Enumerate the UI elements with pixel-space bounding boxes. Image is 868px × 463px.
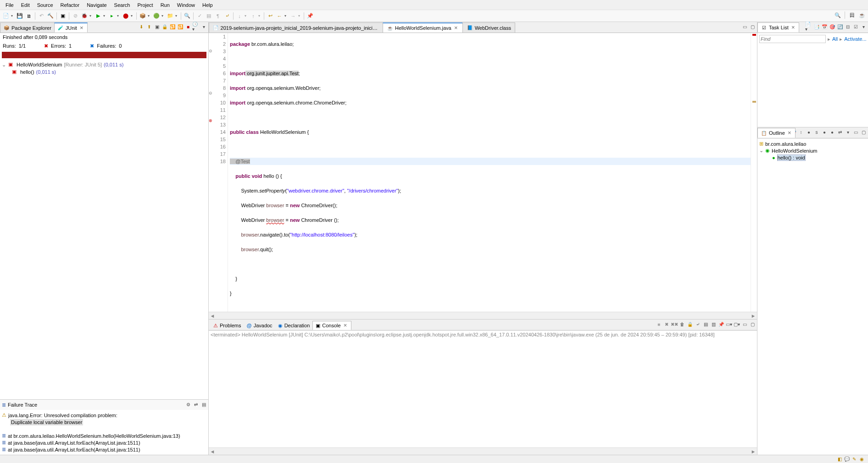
updates-icon[interactable]: ✎ <box>851 456 858 463</box>
samples-icon[interactable]: ◧ <box>836 456 843 463</box>
filter-trace-icon[interactable]: ⚙ <box>184 401 192 408</box>
coverage-icon[interactable]: ▸ <box>108 12 116 20</box>
overview-error-mark[interactable] <box>752 34 756 36</box>
coverage-dropdown[interactable]: ▾ <box>117 14 121 18</box>
java-perspective-icon[interactable]: ☕ <box>858 11 866 19</box>
task-find-input[interactable] <box>759 35 826 43</box>
hide-nonpublic-icon[interactable]: ● <box>821 128 828 136</box>
run-icon[interactable]: ▶ <box>94 12 102 20</box>
terminal-icon[interactable]: ▣ <box>59 12 67 20</box>
scroll-left-icon[interactable]: ◄ <box>209 449 216 454</box>
fold-marker-icon[interactable]: ⊖ <box>209 91 213 95</box>
stop-junit-icon[interactable]: ■ <box>184 23 192 30</box>
search-toolbar-icon[interactable]: 🔍 <box>834 11 842 19</box>
categorize-icon[interactable]: 📑 <box>813 23 820 30</box>
overview-ruler[interactable] <box>751 33 757 312</box>
show-failures-icon[interactable]: ▣ <box>153 23 161 30</box>
code-area[interactable]: package br.com.alura.leilao; import org.… <box>228 33 751 312</box>
menu-edit[interactable]: Edit <box>17 1 33 9</box>
toggle-block-icon[interactable]: ▤ <box>205 12 213 20</box>
focus-task-icon[interactable]: 🎯 <box>829 23 836 30</box>
maximize-icon[interactable]: ▢ <box>860 128 867 136</box>
task-all-link[interactable]: All <box>832 36 838 42</box>
compare-result-icon[interactable]: ⇄ <box>192 401 200 408</box>
error-marker-icon[interactable]: ⊗ <box>209 118 213 123</box>
compare-icon[interactable]: ▤ <box>200 401 207 408</box>
menu-source[interactable]: Source <box>33 1 57 9</box>
show-whitespace-icon[interactable]: ¶ <box>214 12 222 20</box>
save-all-icon[interactable]: 🗎 <box>25 12 33 20</box>
close-icon[interactable]: × <box>79 25 84 31</box>
scroll-lock-icon[interactable]: 🔒 <box>161 23 168 30</box>
console-hscroll[interactable]: ◄ ► <box>209 447 757 455</box>
rerun-failed-icon[interactable]: 🔂 <box>177 23 184 30</box>
close-icon[interactable]: × <box>453 25 459 31</box>
pin-console-icon[interactable]: 📌 <box>718 320 725 328</box>
tab-console[interactable]: ▣ Console × <box>312 321 351 330</box>
expand-toggle-icon[interactable]: ⌄ <box>2 62 6 68</box>
close-icon[interactable]: × <box>787 130 792 136</box>
show-console-out-icon[interactable]: ▤ <box>702 320 709 328</box>
console-output[interactable]: <terminated> HelloWorldSelenium [JUnit] … <box>209 331 757 447</box>
toggle-word-wrap-icon[interactable]: ⤶ <box>223 12 231 20</box>
pin-editor-icon[interactable]: 📌 <box>306 12 314 20</box>
hide-static-icon[interactable]: s <box>813 128 820 136</box>
tip-icon[interactable]: 💬 <box>843 456 851 463</box>
next-failure-icon[interactable]: ⬆ <box>145 23 153 30</box>
new-dropdown[interactable]: ▾ <box>11 14 15 18</box>
scroll-right-icon[interactable]: ► <box>750 449 757 454</box>
remove-all-icon[interactable]: ✖✖ <box>671 320 678 328</box>
menu-search[interactable]: Search <box>111 1 134 9</box>
find-next-icon[interactable]: ▸ <box>840 36 842 42</box>
marker-column[interactable]: ⊖ ⊖ ⊗ <box>209 33 214 312</box>
tab-outline[interactable]: 📋 Outline × <box>757 128 796 138</box>
debug-dropdown[interactable]: ▾ <box>89 14 93 18</box>
forward-icon[interactable]: → <box>289 12 297 20</box>
overview-cursor-mark[interactable] <box>752 101 756 103</box>
run-last-icon[interactable]: ⬤ <box>122 12 130 20</box>
view-menu-icon[interactable]: ▾ <box>860 23 867 30</box>
prev-ann-dropdown[interactable]: ▾ <box>258 14 262 18</box>
display-selected-icon[interactable]: ▭▾ <box>725 320 733 328</box>
editor-hscroll[interactable]: ◄ ► <box>209 312 757 319</box>
test-method-row[interactable]: ▣ hello() (0,011 s) <box>2 68 206 76</box>
new-package-icon[interactable]: 📦 <box>139 12 147 20</box>
outline-class-row[interactable]: ⌄ ◉ HelloWorldSelenium <box>759 147 866 154</box>
editor-tab-webdriver[interactable]: 📘 WebDriver.class <box>462 22 515 33</box>
menu-project[interactable]: Project <box>134 1 156 9</box>
overview-trim-icon[interactable]: ◉ <box>858 456 865 463</box>
word-wrap-icon[interactable]: ⤶ <box>694 320 701 328</box>
maximize-icon[interactable]: ▢ <box>749 23 756 30</box>
failure-exception-row[interactable]: ⚠ java.lang.Error: Unresolved compilatio… <box>2 412 206 419</box>
tab-package-explorer[interactable]: 📦 Package Explorer <box>0 22 55 33</box>
stack-frame-row[interactable]: ≣ at java.base/java.util.ArrayList.forEa… <box>2 446 206 453</box>
close-icon[interactable]: × <box>790 25 796 30</box>
open-console-icon[interactable]: ▢▾ <box>733 320 740 328</box>
menu-window[interactable]: Window <box>173 1 199 9</box>
close-icon[interactable]: × <box>343 323 348 328</box>
tab-junit[interactable]: 🧪 JUnit × <box>54 22 88 33</box>
save-icon[interactable]: 💾 <box>16 12 24 20</box>
next-ann-dropdown[interactable]: ▾ <box>245 14 248 18</box>
clear-console-icon[interactable]: 🗑 <box>679 320 686 328</box>
next-annotation-icon[interactable]: ↓ <box>235 12 244 20</box>
tab-javadoc[interactable]: @ Javadoc <box>244 321 275 330</box>
toggle-mark-icon[interactable]: ✓ <box>195 12 204 20</box>
stack-frame-row[interactable]: ≣ at java.base/java.util.ArrayList.forEa… <box>2 439 206 446</box>
new-class-dropdown[interactable]: ▾ <box>161 14 165 18</box>
find-next-icon[interactable]: ▸ <box>828 36 830 42</box>
new-icon[interactable]: 📄 <box>2 12 10 20</box>
rerun-test-icon[interactable]: 🔁 <box>169 23 176 30</box>
remove-launch-icon[interactable]: ✖ <box>663 320 670 328</box>
outline-package-row[interactable]: ⊞ br.com.alura.leilao <box>759 140 866 147</box>
debug-icon[interactable]: 🐞 <box>80 12 89 20</box>
back-dropdown[interactable]: ▾ <box>284 14 288 18</box>
menu-file[interactable]: File <box>2 1 17 9</box>
new-folder-icon[interactable]: 📁 <box>166 12 174 20</box>
last-edit-icon[interactable]: ↩ <box>266 12 274 20</box>
scroll-lock-icon[interactable]: 🔒 <box>686 320 694 328</box>
minimize-icon[interactable]: ▭ <box>741 23 748 30</box>
test-suite-row[interactable]: ⌄ ▣ HelloWorldSelenium [Runner: JUnit 5]… <box>2 61 206 68</box>
hide-fields-icon[interactable]: ● <box>805 128 812 136</box>
history-icon[interactable]: 🕓▾ <box>192 23 200 30</box>
